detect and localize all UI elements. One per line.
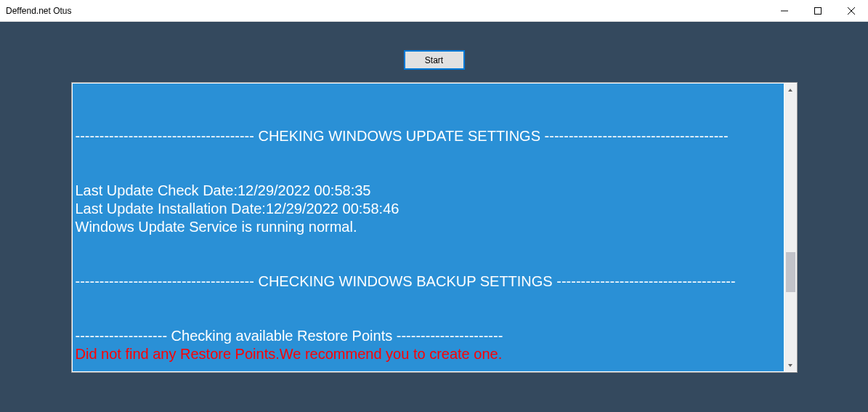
console-line: Last Update Check Date:12/29/2022 00:58:… xyxy=(76,182,781,200)
console-line xyxy=(76,145,781,163)
console-line xyxy=(76,163,781,182)
console-line: ------------------------------------- CH… xyxy=(76,127,781,145)
console-line xyxy=(76,236,781,254)
console-line: Last Update Installation Date:12/29/2022… xyxy=(76,200,781,218)
scroll-track[interactable] xyxy=(784,96,797,359)
close-button[interactable] xyxy=(835,0,868,21)
console-line xyxy=(76,309,781,327)
scroll-down-arrow-icon[interactable] xyxy=(784,359,797,371)
console-line: Did not find any Restore Points.We recom… xyxy=(76,345,781,363)
window-controls xyxy=(768,0,868,21)
titlebar: Deffend.net Otus xyxy=(0,0,868,22)
minimize-button[interactable] xyxy=(768,0,801,21)
console-line xyxy=(76,91,781,109)
window-title: Deffend.net Otus xyxy=(6,6,72,16)
console-line: ------------------- Checking available R… xyxy=(76,327,781,345)
console-line xyxy=(76,109,781,127)
scroll-thumb[interactable] xyxy=(786,252,795,292)
console-line: ------------------------------------- CH… xyxy=(76,272,781,291)
svg-rect-1 xyxy=(815,7,822,14)
toolbar: Start xyxy=(405,22,464,82)
console-line xyxy=(76,291,781,309)
console-output: ------------------------------------- CH… xyxy=(73,84,784,371)
console-line: Windows Update Service is running normal… xyxy=(76,218,781,236)
scroll-up-arrow-icon[interactable] xyxy=(784,84,797,96)
maximize-button[interactable] xyxy=(801,0,835,21)
console-line xyxy=(76,254,781,272)
app-body: Start ----------------------------------… xyxy=(0,22,868,412)
scrollbar[interactable] xyxy=(784,84,797,371)
start-button[interactable]: Start xyxy=(405,51,464,69)
console-frame: ------------------------------------- CH… xyxy=(71,82,798,373)
